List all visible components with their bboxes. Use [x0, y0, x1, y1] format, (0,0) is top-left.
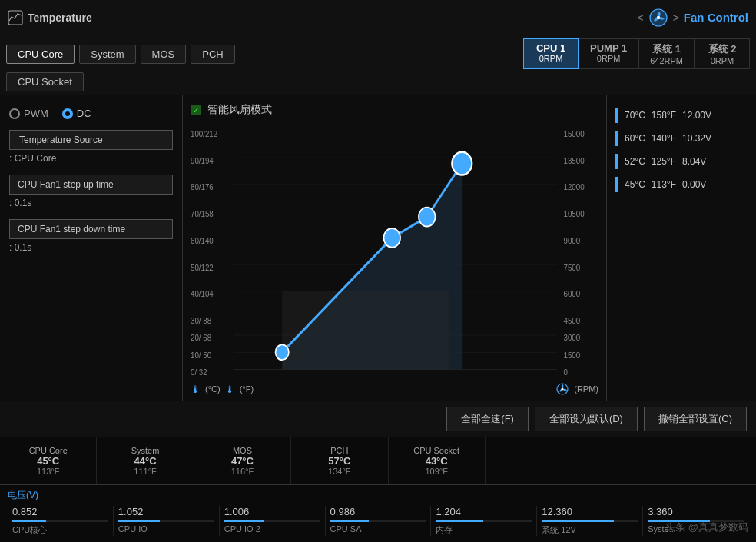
tab-mos-btn[interactable]: MOS: [141, 45, 187, 64]
chart-wrapper: 100/212 90/194 80/176 70/158 60/140 50/1…: [191, 121, 598, 379]
chart-header: ✓ 智能风扇模式: [191, 103, 598, 117]
legend-item-2: 52°C 125°F 8.04V: [615, 154, 748, 169]
set-default-btn[interactable]: 全部设为默认(D): [535, 407, 638, 431]
svg-text:13500: 13500: [563, 156, 584, 165]
fan-tab-sys2-btn[interactable]: 系统 2 0RPM: [695, 38, 750, 69]
temp-source-btn[interactable]: Temperature Source: [9, 130, 173, 150]
status-system: System 44°C 111°F: [97, 437, 194, 484]
fan-pump1-rpm: 0RPM: [590, 54, 627, 63]
rpm-label: (RPM): [574, 384, 598, 394]
ctrl-point-4[interactable]: [452, 152, 472, 175]
voltage-items: 0.852 CPU核心 1.052 CPU IO 1.006: [8, 506, 748, 536]
svg-text:30/ 88: 30/ 88: [191, 316, 211, 325]
svg-text:60/140: 60/140: [191, 236, 214, 245]
legend-item-3: 45°C 113°F 0.00V: [615, 177, 748, 192]
temp-axis-label: 🌡 (°C) 🌡 (°F): [191, 384, 254, 395]
fan-tab-sys1-btn[interactable]: 系统 1 642RPM: [638, 38, 695, 69]
status-pch-c: 57°C: [328, 455, 350, 467]
temperature-title: Temperature: [28, 12, 92, 24]
ctrl-point-1[interactable]: [276, 344, 289, 360]
tab-pch-btn[interactable]: PCH: [191, 45, 234, 64]
legend-temp-f-2: 125°F: [652, 156, 676, 167]
voltage-section-label: 电压(V): [8, 489, 748, 502]
voltage-name-3: CPU SA: [330, 524, 426, 534]
rpm-axis-label: (RPM): [555, 382, 598, 396]
legend-voltage-1: 10.32V: [682, 133, 711, 144]
status-system-c: 44°C: [134, 455, 157, 467]
legend-voltage-2: 8.04V: [682, 156, 706, 167]
tab-cpu-socket-btn[interactable]: CPU Socket: [6, 72, 84, 91]
fan-cpu1-rpm: 0RPM: [535, 54, 567, 63]
dc-radio-inner: [65, 111, 70, 116]
svg-text:1500: 1500: [563, 351, 580, 360]
thermometer-icon1: 🌡: [191, 384, 201, 395]
legend-bar-3: [615, 177, 618, 192]
pwm-radio-label[interactable]: PWM: [9, 108, 48, 119]
step-down-btn[interactable]: CPU Fan1 step down time: [9, 219, 173, 239]
voltage-bar-fill-2: [224, 520, 264, 522]
svg-text:15000: 15000: [563, 129, 584, 138]
fan-tab-pump1-btn[interactable]: PUMP 1 0RPM: [579, 38, 638, 69]
fan-curve-chart[interactable]: 100/212 90/194 80/176 70/158 60/140 50/1…: [191, 121, 598, 379]
svg-point-43: [562, 388, 564, 391]
voltage-val-0: 0.852: [12, 506, 108, 517]
svg-text:50/122: 50/122: [191, 263, 214, 272]
tabs-row2: CPU Socket: [6, 72, 750, 91]
fan-tab-cpu1-btn[interactable]: CPU 1 0RPM: [523, 38, 579, 69]
waveform-icon: [8, 10, 23, 25]
voltage-bar-fill-0: [12, 520, 46, 522]
fan-pump1-label: PUMP 1: [590, 42, 627, 54]
chart-area: ✓ 智能风扇模式 100/212 90/194 80/176 70/158 60…: [183, 95, 606, 401]
svg-text:9000: 9000: [563, 236, 580, 245]
fan-speed-tabs: CPU 1 0RPM PUMP 1 0RPM 系统 1 642RPM 系统 2 …: [523, 38, 750, 69]
fan-cpu1-label: CPU 1: [535, 42, 567, 54]
header-right: < > Fan Control: [637, 8, 748, 28]
status-pch: PCH 57°C 134°F: [291, 437, 388, 484]
voltage-bar-bg-4: [436, 520, 532, 522]
svg-text:0: 0: [563, 367, 568, 377]
smart-mode-checkbox[interactable]: ✓: [191, 105, 201, 115]
voltage-bar-fill-1: [118, 520, 160, 522]
tab-cpu-core-btn[interactable]: CPU Core: [6, 45, 75, 64]
legend-bar-0: [615, 108, 618, 123]
legend-temp-c-3: 45°C: [625, 179, 645, 190]
step-up-btn[interactable]: CPU Fan1 step up time: [9, 175, 173, 195]
svg-text:10500: 10500: [563, 209, 584, 218]
voltage-section: 电压(V) 0.852 CPU核心 1.052 CPU IO 1.006: [0, 485, 756, 542]
status-cpu-socket-f: 109°F: [425, 467, 447, 476]
legend-bar-2: [615, 154, 618, 169]
legend-temp-c-1: 60°C: [625, 133, 645, 144]
ctrl-point-3[interactable]: [419, 208, 436, 227]
step-down-value: : 0.1s: [9, 242, 173, 253]
voltage-bar-bg-3: [330, 520, 426, 522]
chart-footer: 🌡 (°C) 🌡 (°F) (RPM): [191, 382, 598, 396]
legend-voltage-3: 0.00V: [682, 179, 706, 190]
svg-text:90/194: 90/194: [191, 156, 214, 165]
ctrl-point-2[interactable]: [383, 228, 400, 248]
tabs-row1: CPU Core System MOS PCH CPU 1 0RPM PUMP …: [6, 38, 750, 69]
right-legend: 70°C 158°F 12.00V 60°C 140°F 10.32V 52°C…: [606, 95, 756, 401]
svg-text:100/212: 100/212: [191, 129, 217, 138]
tab-system-btn[interactable]: System: [79, 45, 135, 64]
status-mos: MOS 47°C 116°F: [194, 437, 291, 484]
svg-text:3000: 3000: [563, 334, 580, 343]
status-cpu-core-name: CPU Core: [29, 446, 68, 455]
left-panel: PWM DC Temperature Source : CPU Core CPU…: [0, 95, 183, 401]
rpm-fan-icon: [555, 382, 569, 396]
voltage-item-0: 0.852 CPU核心: [8, 506, 114, 536]
header: Temperature < > Fan Control: [0, 0, 756, 35]
svg-text:80/176: 80/176: [191, 183, 214, 192]
voltage-bar-fill-3: [330, 520, 369, 522]
voltage-name-0: CPU核心: [12, 524, 108, 536]
status-cpu-socket-name: CPU Socket: [413, 446, 459, 455]
legend-voltage-0: 12.00V: [682, 110, 711, 121]
status-mos-c: 47°C: [231, 455, 254, 467]
revert-btn[interactable]: 撤销全部设置(C): [644, 407, 747, 431]
full-speed-btn[interactable]: 全部全速(F): [446, 407, 529, 431]
watermark: 头条 @真真梦数码: [665, 520, 748, 534]
voltage-name-2: CPU IO 2: [224, 524, 320, 534]
status-mos-f: 116°F: [231, 467, 254, 476]
status-bar: CPU Core 45°C 113°F System 44°C 111°F MO…: [0, 437, 756, 485]
dc-radio-label[interactable]: DC: [62, 108, 91, 119]
legend-item-1: 60°C 140°F 10.32V: [615, 131, 748, 146]
